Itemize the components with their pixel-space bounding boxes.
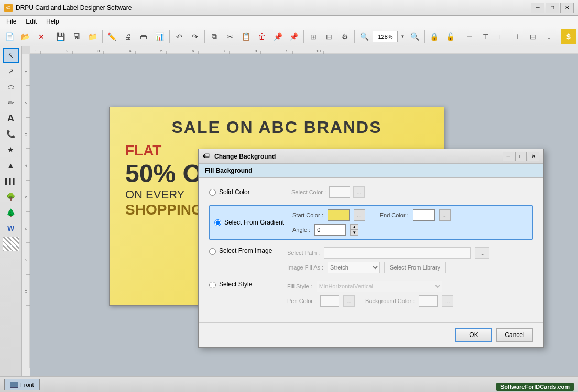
watermark-text: SoftwareForIDCards.com [500,384,570,390]
toolbar-zoom-in[interactable]: 🔍 [407,29,422,44]
toolbar-settings[interactable]: ⚙ [337,29,352,44]
toolbar-new[interactable]: 📄 [2,29,17,44]
radio-gradient[interactable] [214,219,221,226]
toolbar-copy-page[interactable]: ⧉ [207,29,222,44]
toolbar-undo[interactable]: ↶ [171,29,186,44]
svg-text:6: 6 [192,49,194,53]
dialog-minimize[interactable]: ─ [503,152,514,161]
solid-color-box[interactable] [329,186,350,198]
toolbar-align-middle[interactable]: ⊟ [526,29,540,44]
title-bar: 🏷 DRPU Card and Label Designer Software … [0,0,578,16]
start-color-browse[interactable]: ... [354,209,365,221]
toolbar-align-left[interactable]: ⊣ [462,29,477,44]
toolbar-copy[interactable]: 📋 [238,29,253,44]
bg-color-browse[interactable]: ... [442,295,453,307]
toolbar-align-center[interactable]: ⊤ [478,29,493,44]
toolbar-align-top[interactable]: ⊥ [510,29,525,44]
toolbar-close-file[interactable]: ✕ [34,29,49,44]
pen-color-browse[interactable]: ... [343,295,355,307]
toolbar-database[interactable]: 🗃 [136,29,151,44]
end-color-box[interactable] [413,209,435,221]
canvas-area: 1 2 3 4 5 6 7 8 9 10 [22,46,578,376]
end-color-browse[interactable]: ... [439,209,451,221]
ok-button[interactable]: OK [455,328,492,342]
close-button[interactable]: ✕ [560,3,574,13]
toolbar-save[interactable]: 💾 [53,29,68,44]
front-tab[interactable]: Front [4,379,40,390]
pen-color-box[interactable] [320,295,339,307]
canvas[interactable]: SALE ON ABC BRANDS FLAT 50% OFF ON EVERY… [30,54,578,376]
tool-curve[interactable]: ↗ [3,64,19,79]
zoom-input[interactable] [373,31,398,42]
tool-pencil[interactable]: ✏ [3,95,19,110]
library-button[interactable]: Select From Library [384,262,446,273]
menu-help[interactable]: Help [42,17,63,26]
toolbar-unlock[interactable]: 🔓 [443,29,457,44]
ruler-top-row: 1 2 3 4 5 6 7 8 9 10 [22,46,578,54]
tab-label: Front [20,382,34,388]
tool-image[interactable]: 🌳 [3,189,19,204]
tool-ellipse[interactable]: ⬭ [3,80,19,94]
toolbar-data2[interactable]: 📊 [152,29,167,44]
style-select[interactable]: MinHorizontalVertical [317,281,442,292]
svg-text:2: 2 [24,102,28,104]
svg-text:1: 1 [24,70,28,73]
toolbar-print[interactable]: 🖨 [121,29,135,44]
menu-edit[interactable]: Edit [21,17,41,26]
angle-up[interactable]: ▲ [350,224,358,230]
app-title: DRPU Card and Label Designer Software [16,4,132,12]
solid-color-browse[interactable]: ... [353,186,365,198]
toolbar-save-as[interactable]: 🖫 [69,29,84,44]
minimize-button[interactable]: ─ [531,3,544,13]
ruler-horizontal: 1 2 3 4 5 6 7 8 9 10 [30,46,578,54]
tool-select[interactable]: ↖ [3,48,19,63]
toolbar-align[interactable]: ⊟ [322,29,336,44]
toolbar-grid[interactable]: ⊞ [306,29,320,44]
cancel-button[interactable]: Cancel [496,328,533,342]
image-fill-row: Image Fill As : Stretch Select From Libr… [287,262,489,273]
tool-star[interactable]: ★ [3,142,19,157]
toolbar-open[interactable]: 📂 [18,29,32,44]
tool-word[interactable]: W [3,221,19,236]
angle-down[interactable]: ▼ [350,230,358,236]
toolbar-align-bottom[interactable]: ↓ [541,29,556,44]
radio-image[interactable] [209,248,216,255]
path-browse[interactable]: ... [475,247,489,259]
toolbar-cut[interactable]: ✂ [223,29,237,44]
tool-image2[interactable]: 🌲 [3,205,19,220]
toolbar-paste[interactable]: 📌 [270,29,285,44]
title-bar-left: 🏷 DRPU Card and Label Designer Software [4,4,132,12]
title-bar-controls: ─ □ ✕ [531,3,574,13]
tool-phone[interactable]: 📞 [3,127,19,141]
app-icon: 🏷 [4,4,13,12]
dialog-footer: OK Cancel [199,322,543,347]
angle-input[interactable] [314,224,346,236]
start-color-box[interactable] [328,209,350,221]
tool-triangle[interactable]: ▲ [3,158,19,173]
toolbar-edit-design[interactable]: ✏️ [104,29,119,44]
radio-style[interactable] [209,282,216,288]
toolbar-redo[interactable]: ↷ [188,29,202,44]
menu-file[interactable]: File [2,17,20,26]
path-input[interactable] [324,247,471,259]
image-fill-select[interactable]: Stretch [328,262,380,273]
toolbar-zoom-out-big[interactable]: 🔍 [357,29,372,44]
fill-background-label: Fill Background [205,167,253,174]
toolbar-browse[interactable]: 📁 [85,29,100,44]
bg-color-box[interactable] [419,295,438,307]
zoom-dropdown[interactable]: ▼ [399,29,406,44]
dialog-close[interactable]: ✕ [528,152,539,161]
toolbar-paste2[interactable]: 📌 [286,29,301,44]
dialog-maximize[interactable]: □ [515,152,527,161]
tool-text[interactable]: A [3,111,19,126]
tool-barcode[interactable]: ▌▌▌ [3,174,19,188]
tool-pattern[interactable] [3,237,19,251]
style-fields: Fill Style : MinHorizontalVertical Pen C… [287,281,453,307]
toolbar-dollar[interactable]: $ [561,29,576,44]
toolbar-align-right[interactable]: ⊢ [494,29,509,44]
toolbar-delete[interactable]: 🗑 [255,29,269,44]
maximize-button[interactable]: □ [546,3,559,13]
radio-solid-color[interactable] [209,189,216,196]
toolbar-lock[interactable]: 🔒 [427,29,442,44]
watermark: SoftwareForIDCards.com [496,383,574,391]
